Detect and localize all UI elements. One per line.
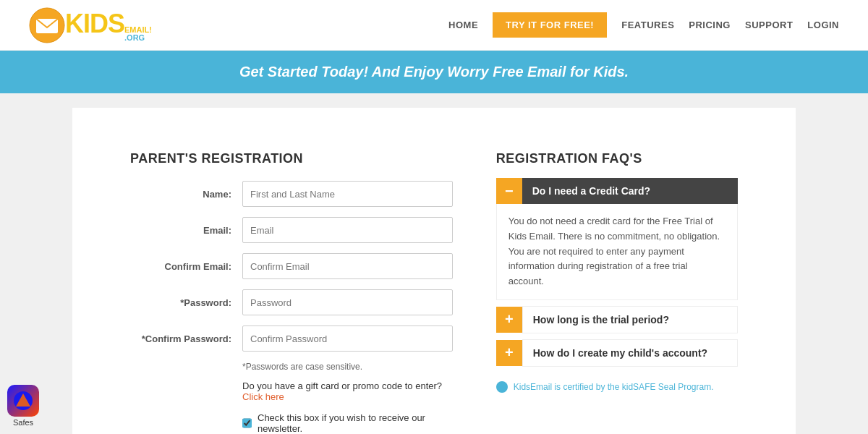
faq-item-3: + How do I create my child's account?	[496, 339, 738, 367]
promo-label: Do you have a gift card or promo code to…	[242, 380, 442, 391]
logo-org: .ORG	[124, 34, 152, 42]
logo-icon	[29, 7, 65, 43]
confirm-email-field-group: Confirm Email:	[130, 253, 453, 279]
nav-home[interactable]: HOME	[448, 20, 478, 30]
main-nav: HOME TRY IT FOR FREE! FEATURES PRICING S…	[448, 12, 839, 38]
confirm-email-input[interactable]	[242, 253, 453, 279]
password-input[interactable]	[242, 289, 453, 315]
email-label: Email:	[130, 225, 242, 236]
nav-features[interactable]: FEATURES	[621, 20, 674, 30]
registration-title: PARENT'S REGISTRATION	[130, 151, 453, 166]
logo-text: KIDS EMAIL! .ORG	[65, 9, 152, 42]
newsletter-label: Check this box if you wish to receive ou…	[258, 412, 453, 434]
faq-question-3[interactable]: How do I create my child's account?	[522, 339, 738, 367]
nav-try-free[interactable]: TRY IT FOR FREE!	[493, 12, 607, 38]
faq-answer-1: You do not need a credit card for the Fr…	[496, 204, 738, 300]
nav-login[interactable]: LOGIN	[807, 20, 839, 30]
faq-question-2[interactable]: How long is the trial period?	[522, 306, 738, 333]
header: KIDS EMAIL! .ORG HOME TRY IT FOR FREE! F…	[0, 0, 868, 51]
confirm-password-label: *Confirm Password:	[130, 333, 242, 344]
kidsafe-text: KidsEmail is certified by the kidSAFE Se…	[514, 382, 714, 392]
kidsafe-badge[interactable]: KidsEmail is certified by the kidSAFE Se…	[496, 381, 738, 393]
faq-question-1[interactable]: Do I need a Credit Card?	[522, 178, 738, 204]
registration-section: PARENT'S REGISTRATION Name: Email: Confi…	[130, 151, 453, 434]
safes-app-icon[interactable]	[7, 385, 39, 417]
password-field-group: *Password:	[130, 289, 453, 315]
name-label: Name:	[130, 189, 242, 200]
safes-icon-svg	[13, 391, 33, 411]
confirm-password-field-group: *Confirm Password:	[130, 326, 453, 352]
faq-toggle-3[interactable]: +	[496, 340, 522, 366]
newsletter-line: Check this box if you wish to receive ou…	[242, 412, 453, 434]
nav-support[interactable]: SUPPORT	[745, 20, 793, 30]
logo-email: EMAIL!	[124, 26, 152, 34]
safes-app-label: Safes	[13, 418, 33, 427]
faq-item-1: − Do I need a Credit Card? You do not ne…	[496, 178, 738, 300]
name-field-group: Name:	[130, 181, 453, 207]
kidsafe-icon	[496, 381, 508, 393]
password-note: *Passwords are case sensitive.	[242, 362, 453, 372]
confirm-email-label: Confirm Email:	[130, 261, 242, 272]
content-wrapper: PARENT'S REGISTRATION Name: Email: Confi…	[101, 129, 767, 434]
confirm-password-input[interactable]	[242, 326, 453, 352]
password-label: *Password:	[130, 297, 242, 308]
name-input[interactable]	[242, 181, 453, 207]
promo-link[interactable]: Click here	[242, 391, 284, 402]
faq-header-3[interactable]: + How do I create my child's account?	[496, 339, 738, 367]
email-field-group: Email:	[130, 217, 453, 243]
faq-section: REGISTRATION FAQ'S − Do I need a Credit …	[496, 151, 738, 434]
newsletter-checkbox[interactable]	[242, 418, 252, 428]
banner-text: Get Started Today! And Enjoy Worry Free …	[239, 64, 629, 80]
logo: KIDS EMAIL! .ORG	[29, 7, 152, 43]
faq-toggle-2[interactable]: +	[496, 307, 522, 333]
email-input[interactable]	[242, 217, 453, 243]
nav-pricing[interactable]: PRICING	[689, 20, 731, 30]
content-card: PARENT'S REGISTRATION Name: Email: Confi…	[72, 108, 796, 434]
faq-header-1[interactable]: − Do I need a Credit Card?	[496, 178, 738, 204]
faq-item-2: + How long is the trial period?	[496, 306, 738, 333]
logo-kids: KIDS	[65, 9, 124, 39]
main-bg: PARENT'S REGISTRATION Name: Email: Confi…	[0, 93, 868, 434]
promo-banner: Get Started Today! And Enjoy Worry Free …	[0, 51, 868, 93]
faq-header-2[interactable]: + How long is the trial period?	[496, 306, 738, 333]
faq-title: REGISTRATION FAQ'S	[496, 151, 738, 166]
promo-line: Do you have a gift card or promo code to…	[242, 380, 453, 402]
faq-toggle-1[interactable]: −	[496, 178, 522, 204]
app-icon-container: Safes	[7, 385, 39, 427]
